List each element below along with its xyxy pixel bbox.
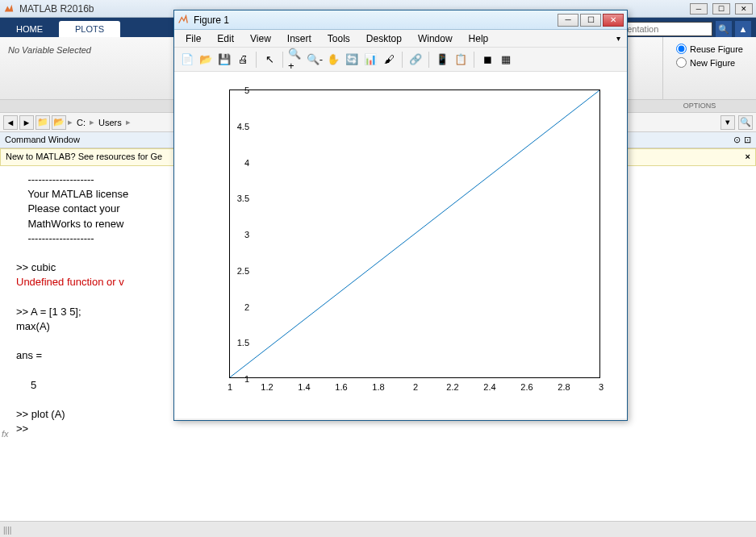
getting-started-close[interactable]: × <box>746 152 750 163</box>
x-tick-label: 1.2 <box>261 382 273 392</box>
x-tick-label: 1.6 <box>335 382 347 392</box>
menu-insert[interactable]: Insert <box>279 31 320 46</box>
new-figure-radio[interactable]: New Figure <box>676 57 743 68</box>
plot-svg <box>230 90 599 377</box>
link-icon[interactable]: 🔗 <box>407 52 424 68</box>
status-bar: |||| <box>0 521 756 537</box>
search-button[interactable]: 🔍 <box>716 21 732 37</box>
x-tick-label: 2 <box>413 382 418 392</box>
zoom-out-icon[interactable]: 🔍- <box>307 52 323 68</box>
doc-search-input[interactable] <box>616 22 712 36</box>
x-tick-label: 2.2 <box>446 382 458 392</box>
pan-icon[interactable]: ✋ <box>325 52 341 68</box>
figure-minimize-button[interactable]: ─ <box>558 14 578 27</box>
command-window-title: Command Window <box>5 135 80 145</box>
print-icon[interactable]: 🖨 <box>235 52 251 68</box>
path-seg-users[interactable]: Users <box>96 118 124 127</box>
main-maximize-button[interactable]: ☐ <box>712 3 730 15</box>
save-icon[interactable]: 💾 <box>216 52 232 68</box>
legend-icon[interactable]: 📋 <box>453 52 469 68</box>
brush-icon[interactable]: 🖌 <box>381 52 397 68</box>
open-icon[interactable]: 📂 <box>198 52 214 68</box>
x-tick-label: 1.4 <box>298 382 310 392</box>
y-tick-label: 4 <box>230 158 249 168</box>
section-options-label: OPTIONS <box>643 100 756 112</box>
pointer-icon[interactable]: ↖ <box>261 52 278 68</box>
x-tick-label: 2.8 <box>558 382 570 392</box>
forward-button[interactable]: ► <box>19 115 34 130</box>
status-grip-icon: |||| <box>0 524 15 536</box>
figure-canvas[interactable]: 11.522.533.544.5511.21.41.61.822.22.42.6… <box>174 72 627 418</box>
x-tick-label: 2.6 <box>520 382 533 392</box>
back-button[interactable]: ◄ <box>3 115 18 130</box>
menu-view[interactable]: View <box>242 31 279 46</box>
path-dropdown-button[interactable]: ▾ <box>720 115 735 130</box>
x-tick-label: 1.8 <box>372 382 384 392</box>
show-plot-tools-icon[interactable]: ▦ <box>498 52 514 68</box>
hide-plot-tools-icon[interactable]: ◼ <box>479 52 495 68</box>
getting-started-text[interactable]: New to MATLAB? See resources for Ge <box>6 152 162 163</box>
y-tick-label: 3 <box>230 230 249 239</box>
browse-button[interactable]: 📂 <box>52 115 66 130</box>
data-cursor-icon[interactable]: 📊 <box>362 52 378 68</box>
x-tick-label: 2.4 <box>483 382 495 392</box>
axes[interactable]: 11.522.533.544.5511.21.41.61.822.22.42.6… <box>229 90 600 378</box>
path-search-button[interactable]: 🔍 <box>738 115 753 130</box>
svg-line-0 <box>230 90 599 377</box>
menu-desktop[interactable]: Desktop <box>358 31 410 46</box>
y-tick-label: 5 <box>230 85 249 95</box>
rotate-icon[interactable]: 🔄 <box>344 52 360 68</box>
y-tick-label: 1 <box>230 374 249 384</box>
figure-title: Figure 1 <box>194 15 558 26</box>
y-tick-label: 3.5 <box>230 194 249 203</box>
cmd-prompt[interactable]: >> <box>16 422 750 436</box>
matlab-logo-icon <box>3 3 15 15</box>
variable-panel: No Variable Selected <box>0 37 99 99</box>
y-tick-label: 4.5 <box>230 122 249 131</box>
y-tick-label: 2 <box>230 302 249 312</box>
zoom-in-icon[interactable]: 🔍+ <box>288 52 304 68</box>
y-tick-label: 1.5 <box>230 338 249 348</box>
menu-file[interactable]: File <box>178 31 209 46</box>
menu-window[interactable]: Window <box>410 31 461 46</box>
main-minimize-button[interactable]: ─ <box>690 3 708 15</box>
up-folder-button[interactable]: 📁 <box>36 115 50 130</box>
collapse-ribbon-button[interactable]: ▲ <box>735 21 751 37</box>
x-tick-label: 3 <box>599 382 604 392</box>
main-close-button[interactable]: ✕ <box>735 3 753 15</box>
colorbar-icon[interactable]: 📱 <box>434 52 450 68</box>
figure-close-button[interactable]: ✕ <box>603 14 624 27</box>
tab-plots[interactable]: PLOTS <box>59 21 120 37</box>
reuse-figure-radio[interactable]: Reuse Figure <box>676 44 743 54</box>
x-tick-label: 1 <box>228 382 232 392</box>
figure-icon <box>178 15 189 26</box>
new-figure-icon[interactable]: 📄 <box>179 52 195 68</box>
fx-icon[interactable]: fx <box>2 428 9 440</box>
figure-window[interactable]: Figure 1 ─ ☐ ✕ File Edit View Insert Too… <box>173 10 628 421</box>
figure-menu-bar: File Edit View Insert Tools Desktop Wind… <box>174 30 627 48</box>
figure-title-bar[interactable]: Figure 1 ─ ☐ ✕ <box>174 10 627 30</box>
y-tick-label: 2.5 <box>230 266 249 276</box>
tab-home[interactable]: HOME <box>0 21 59 37</box>
menu-collapse-icon[interactable]: ▾ <box>613 34 624 43</box>
menu-edit[interactable]: Edit <box>209 31 242 46</box>
options-panel: Reuse Figure New Figure <box>662 37 756 99</box>
menu-tools[interactable]: Tools <box>320 31 358 46</box>
figure-toolbar: 📄 📂 💾 🖨 ↖ 🔍+ 🔍- ✋ 🔄 📊 🖌 🔗 📱 📋 ◼ ▦ <box>174 48 627 72</box>
path-drive[interactable]: C: <box>74 118 88 127</box>
cmd-undock-icon[interactable]: ⊡ <box>744 135 751 145</box>
cmd-dropdown-icon[interactable]: ⊙ <box>733 135 741 145</box>
figure-maximize-button[interactable]: ☐ <box>580 14 601 27</box>
menu-help[interactable]: Help <box>461 31 497 46</box>
